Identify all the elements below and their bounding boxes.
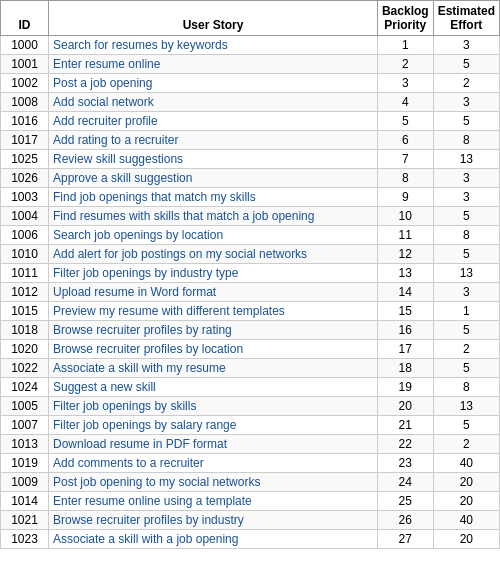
cell-user-story: Enter resume online using a template <box>49 492 378 511</box>
cell-id: 1021 <box>1 511 49 530</box>
table-row: 1009Post job opening to my social networ… <box>1 473 500 492</box>
table-row: 1023Associate a skill with a job opening… <box>1 530 500 549</box>
cell-effort: 8 <box>433 378 499 397</box>
table-row: 1018Browse recruiter profiles by rating1… <box>1 321 500 340</box>
cell-user-story: Add social network <box>49 93 378 112</box>
cell-id: 1025 <box>1 150 49 169</box>
cell-user-story: Post job opening to my social networks <box>49 473 378 492</box>
cell-id: 1023 <box>1 530 49 549</box>
cell-priority: 9 <box>377 188 433 207</box>
cell-priority: 7 <box>377 150 433 169</box>
cell-id: 1020 <box>1 340 49 359</box>
table-row: 1021Browse recruiter profiles by industr… <box>1 511 500 530</box>
cell-user-story: Filter job openings by salary range <box>49 416 378 435</box>
cell-effort: 5 <box>433 321 499 340</box>
cell-priority: 23 <box>377 454 433 473</box>
cell-id: 1005 <box>1 397 49 416</box>
cell-user-story: Upload resume in Word format <box>49 283 378 302</box>
table-row: 1002Post a job opening32 <box>1 74 500 93</box>
cell-priority: 1 <box>377 36 433 55</box>
cell-user-story: Review skill suggestions <box>49 150 378 169</box>
cell-id: 1017 <box>1 131 49 150</box>
cell-priority: 24 <box>377 473 433 492</box>
cell-priority: 14 <box>377 283 433 302</box>
cell-effort: 13 <box>433 397 499 416</box>
cell-effort: 13 <box>433 150 499 169</box>
table-row: 1017Add rating to a recruiter68 <box>1 131 500 150</box>
cell-effort: 2 <box>433 74 499 93</box>
cell-effort: 40 <box>433 511 499 530</box>
cell-user-story: Filter job openings by skills <box>49 397 378 416</box>
cell-user-story: Suggest a new skill <box>49 378 378 397</box>
backlog-table: ID User Story Backlog Priority Estimated… <box>0 0 500 549</box>
cell-priority: 11 <box>377 226 433 245</box>
cell-user-story: Find resumes with skills that match a jo… <box>49 207 378 226</box>
cell-priority: 25 <box>377 492 433 511</box>
table-row: 1008Add social network43 <box>1 93 500 112</box>
cell-priority: 19 <box>377 378 433 397</box>
cell-user-story: Search job openings by location <box>49 226 378 245</box>
cell-id: 1006 <box>1 226 49 245</box>
cell-user-story: Preview my resume with different templat… <box>49 302 378 321</box>
table-row: 1010Add alert for job postings on my soc… <box>1 245 500 264</box>
cell-id: 1011 <box>1 264 49 283</box>
cell-priority: 13 <box>377 264 433 283</box>
cell-user-story: Search for resumes by keywords <box>49 36 378 55</box>
cell-user-story: Add alert for job postings on my social … <box>49 245 378 264</box>
cell-effort: 13 <box>433 264 499 283</box>
cell-priority: 6 <box>377 131 433 150</box>
cell-id: 1022 <box>1 359 49 378</box>
table-row: 1014Enter resume online using a template… <box>1 492 500 511</box>
table-row: 1019Add comments to a recruiter2340 <box>1 454 500 473</box>
cell-priority: 27 <box>377 530 433 549</box>
table-row: 1026Approve a skill suggestion83 <box>1 169 500 188</box>
cell-priority: 10 <box>377 207 433 226</box>
cell-effort: 5 <box>433 245 499 264</box>
table-row: 1020Browse recruiter profiles by locatio… <box>1 340 500 359</box>
cell-id: 1016 <box>1 112 49 131</box>
table-row: 1004Find resumes with skills that match … <box>1 207 500 226</box>
header-backlog-priority: Backlog Priority <box>377 1 433 36</box>
table-row: 1024Suggest a new skill198 <box>1 378 500 397</box>
cell-user-story: Add comments to a recruiter <box>49 454 378 473</box>
cell-user-story: Browse recruiter profiles by industry <box>49 511 378 530</box>
cell-id: 1019 <box>1 454 49 473</box>
table-row: 1007Filter job openings by salary range2… <box>1 416 500 435</box>
table-row: 1022Associate a skill with my resume185 <box>1 359 500 378</box>
cell-effort: 8 <box>433 226 499 245</box>
cell-user-story: Approve a skill suggestion <box>49 169 378 188</box>
header-estimated-effort: Estimated Effort <box>433 1 499 36</box>
cell-user-story: Download resume in PDF format <box>49 435 378 454</box>
cell-priority: 4 <box>377 93 433 112</box>
cell-user-story: Browse recruiter profiles by rating <box>49 321 378 340</box>
table-row: 1011Filter job openings by industry type… <box>1 264 500 283</box>
cell-priority: 16 <box>377 321 433 340</box>
header-user-story: User Story <box>49 1 378 36</box>
cell-priority: 8 <box>377 169 433 188</box>
cell-effort: 3 <box>433 283 499 302</box>
cell-user-story: Browse recruiter profiles by location <box>49 340 378 359</box>
cell-effort: 40 <box>433 454 499 473</box>
cell-id: 1012 <box>1 283 49 302</box>
cell-effort: 8 <box>433 131 499 150</box>
cell-id: 1008 <box>1 93 49 112</box>
cell-priority: 12 <box>377 245 433 264</box>
cell-user-story: Add recruiter profile <box>49 112 378 131</box>
cell-id: 1026 <box>1 169 49 188</box>
cell-id: 1024 <box>1 378 49 397</box>
cell-user-story: Find job openings that match my skills <box>49 188 378 207</box>
cell-user-story: Post a job opening <box>49 74 378 93</box>
cell-priority: 17 <box>377 340 433 359</box>
cell-effort: 5 <box>433 55 499 74</box>
cell-effort: 3 <box>433 36 499 55</box>
cell-id: 1000 <box>1 36 49 55</box>
cell-id: 1003 <box>1 188 49 207</box>
cell-priority: 5 <box>377 112 433 131</box>
cell-effort: 5 <box>433 207 499 226</box>
cell-id: 1002 <box>1 74 49 93</box>
table-row: 1013Download resume in PDF format222 <box>1 435 500 454</box>
table-row: 1001Enter resume online25 <box>1 55 500 74</box>
header-id: ID <box>1 1 49 36</box>
cell-effort: 3 <box>433 188 499 207</box>
cell-user-story: Enter resume online <box>49 55 378 74</box>
